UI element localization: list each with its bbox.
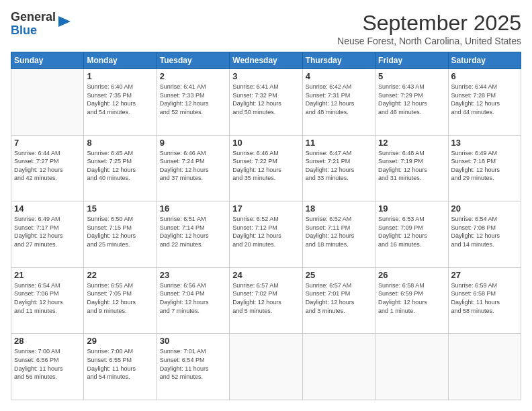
- day-cell: 14Sunrise: 6:49 AM Sunset: 7:17 PM Dayli…: [11, 201, 84, 268]
- day-number: 6: [451, 71, 518, 81]
- day-number: 20: [451, 203, 518, 214]
- day-info: Sunrise: 6:52 AM Sunset: 7:11 PM Dayligh…: [306, 215, 372, 248]
- day-info: Sunrise: 6:45 AM Sunset: 7:25 PM Dayligh…: [87, 149, 153, 183]
- header-saturday: Saturday: [448, 52, 521, 69]
- day-number: 22: [87, 270, 153, 280]
- day-number: 11: [306, 138, 372, 148]
- day-info: Sunrise: 7:01 AM Sunset: 6:54 PM Dayligh…: [160, 347, 226, 381]
- calendar-table: Sunday Monday Tuesday Wednesday Thursday…: [11, 52, 521, 400]
- day-info: Sunrise: 6:46 AM Sunset: 7:22 PM Dayligh…: [232, 149, 299, 183]
- day-number: 15: [87, 203, 153, 214]
- day-info: Sunrise: 6:57 AM Sunset: 7:02 PM Dayligh…: [232, 281, 299, 315]
- day-number: 7: [14, 138, 81, 148]
- header-tuesday: Tuesday: [157, 52, 229, 69]
- logo-blue: Blue: [11, 24, 37, 37]
- week-row-4: 21Sunrise: 6:54 AM Sunset: 7:06 PM Dayli…: [11, 267, 521, 334]
- day-info: Sunrise: 7:00 AM Sunset: 6:55 PM Dayligh…: [87, 347, 153, 381]
- day-number: 23: [160, 270, 226, 280]
- header-thursday: Thursday: [302, 52, 375, 69]
- day-cell: 11Sunrise: 6:47 AM Sunset: 7:21 PM Dayli…: [302, 135, 375, 201]
- day-cell: 30Sunrise: 7:01 AM Sunset: 6:54 PM Dayli…: [157, 334, 229, 400]
- day-info: Sunrise: 6:47 AM Sunset: 7:21 PM Dayligh…: [306, 149, 372, 183]
- day-cell: 19Sunrise: 6:53 AM Sunset: 7:09 PM Dayli…: [375, 201, 448, 268]
- day-cell: 17Sunrise: 6:52 AM Sunset: 7:12 PM Dayli…: [230, 201, 302, 268]
- day-cell: [375, 334, 448, 400]
- day-cell: 20Sunrise: 6:54 AM Sunset: 7:08 PM Dayli…: [448, 201, 521, 268]
- page: General Blue September 2025 Neuse Forest…: [0, 0, 532, 411]
- week-row-1: 1Sunrise: 6:40 AM Sunset: 7:35 PM Daylig…: [11, 69, 521, 136]
- logo-general: General: [11, 10, 56, 24]
- day-info: Sunrise: 6:57 AM Sunset: 7:01 PM Dayligh…: [306, 281, 372, 315]
- day-info: Sunrise: 6:43 AM Sunset: 7:29 PM Dayligh…: [378, 83, 445, 116]
- day-cell: 10Sunrise: 6:46 AM Sunset: 7:22 PM Dayli…: [230, 135, 302, 201]
- header-friday: Friday: [375, 52, 448, 69]
- day-cell: 28Sunrise: 7:00 AM Sunset: 6:56 PM Dayli…: [11, 334, 84, 400]
- day-info: Sunrise: 6:54 AM Sunset: 7:08 PM Dayligh…: [451, 215, 518, 248]
- day-info: Sunrise: 6:42 AM Sunset: 7:31 PM Dayligh…: [306, 83, 372, 116]
- day-cell: 18Sunrise: 6:52 AM Sunset: 7:11 PM Dayli…: [302, 201, 375, 268]
- week-row-5: 28Sunrise: 7:00 AM Sunset: 6:56 PM Dayli…: [11, 334, 521, 400]
- day-cell: 25Sunrise: 6:57 AM Sunset: 7:01 PM Dayli…: [302, 267, 375, 334]
- day-number: 4: [306, 71, 372, 81]
- day-number: 29: [87, 336, 153, 346]
- title-block: September 2025 Neuse Forest, North Carol…: [337, 11, 521, 46]
- day-info: Sunrise: 6:49 AM Sunset: 7:18 PM Dayligh…: [451, 149, 518, 183]
- day-cell: 5Sunrise: 6:43 AM Sunset: 7:29 PM Daylig…: [375, 69, 448, 136]
- day-info: Sunrise: 6:49 AM Sunset: 7:17 PM Dayligh…: [14, 215, 81, 248]
- header-wednesday: Wednesday: [230, 52, 302, 69]
- day-cell: [448, 334, 521, 400]
- day-cell: 27Sunrise: 6:59 AM Sunset: 6:58 PM Dayli…: [448, 267, 521, 334]
- day-number: 26: [378, 270, 445, 280]
- day-number: 28: [14, 336, 81, 346]
- day-number: 3: [232, 71, 299, 81]
- day-cell: [11, 69, 84, 136]
- day-number: 24: [232, 270, 299, 280]
- day-info: Sunrise: 6:44 AM Sunset: 7:28 PM Dayligh…: [451, 83, 518, 116]
- day-info: Sunrise: 6:53 AM Sunset: 7:09 PM Dayligh…: [378, 215, 445, 248]
- day-info: Sunrise: 6:46 AM Sunset: 7:24 PM Dayligh…: [160, 149, 226, 183]
- day-number: 25: [306, 270, 372, 280]
- logo: General Blue: [11, 11, 71, 38]
- day-info: Sunrise: 6:54 AM Sunset: 7:06 PM Dayligh…: [14, 281, 81, 315]
- day-info: Sunrise: 6:48 AM Sunset: 7:19 PM Dayligh…: [378, 149, 445, 183]
- day-info: Sunrise: 6:58 AM Sunset: 6:59 PM Dayligh…: [378, 281, 445, 315]
- day-cell: 23Sunrise: 6:56 AM Sunset: 7:04 PM Dayli…: [157, 267, 229, 334]
- day-number: 16: [160, 203, 226, 214]
- header-sunday: Sunday: [11, 52, 84, 69]
- day-number: 19: [378, 203, 445, 214]
- month-title: September 2025: [337, 11, 521, 36]
- day-cell: 9Sunrise: 6:46 AM Sunset: 7:24 PM Daylig…: [157, 135, 229, 201]
- day-number: 27: [451, 270, 518, 280]
- day-number: 30: [160, 336, 226, 346]
- day-number: 1: [87, 71, 153, 81]
- day-info: Sunrise: 6:44 AM Sunset: 7:27 PM Dayligh…: [14, 149, 81, 183]
- day-number: 18: [306, 203, 372, 214]
- day-info: Sunrise: 6:50 AM Sunset: 7:15 PM Dayligh…: [87, 215, 153, 248]
- svg-marker-0: [58, 16, 71, 27]
- day-number: 2: [160, 71, 226, 81]
- day-number: 8: [87, 138, 153, 148]
- day-cell: 13Sunrise: 6:49 AM Sunset: 7:18 PM Dayli…: [448, 135, 521, 201]
- day-cell: 4Sunrise: 6:42 AM Sunset: 7:31 PM Daylig…: [302, 69, 375, 136]
- day-number: 10: [232, 138, 299, 148]
- day-cell: 3Sunrise: 6:41 AM Sunset: 7:32 PM Daylig…: [230, 69, 302, 136]
- week-row-2: 7Sunrise: 6:44 AM Sunset: 7:27 PM Daylig…: [11, 135, 521, 201]
- day-info: Sunrise: 6:52 AM Sunset: 7:12 PM Dayligh…: [232, 215, 299, 248]
- day-info: Sunrise: 6:40 AM Sunset: 7:35 PM Dayligh…: [87, 83, 153, 116]
- day-cell: 29Sunrise: 7:00 AM Sunset: 6:55 PM Dayli…: [84, 334, 157, 400]
- weekday-header-row: Sunday Monday Tuesday Wednesday Thursday…: [11, 52, 521, 69]
- day-cell: 21Sunrise: 6:54 AM Sunset: 7:06 PM Dayli…: [11, 267, 84, 334]
- day-cell: 26Sunrise: 6:58 AM Sunset: 6:59 PM Dayli…: [375, 267, 448, 334]
- day-cell: 12Sunrise: 6:48 AM Sunset: 7:19 PM Dayli…: [375, 135, 448, 201]
- day-cell: [302, 334, 375, 400]
- day-info: Sunrise: 6:51 AM Sunset: 7:14 PM Dayligh…: [160, 215, 226, 248]
- day-info: Sunrise: 6:59 AM Sunset: 6:58 PM Dayligh…: [451, 281, 518, 315]
- day-info: Sunrise: 6:56 AM Sunset: 7:04 PM Dayligh…: [160, 281, 226, 315]
- day-cell: 8Sunrise: 6:45 AM Sunset: 7:25 PM Daylig…: [84, 135, 157, 201]
- day-cell: 1Sunrise: 6:40 AM Sunset: 7:35 PM Daylig…: [84, 69, 157, 136]
- day-cell: 2Sunrise: 6:41 AM Sunset: 7:33 PM Daylig…: [157, 69, 229, 136]
- day-info: Sunrise: 6:55 AM Sunset: 7:05 PM Dayligh…: [87, 281, 153, 315]
- location-title: Neuse Forest, North Carolina, United Sta…: [337, 36, 521, 46]
- day-info: Sunrise: 6:41 AM Sunset: 7:32 PM Dayligh…: [232, 83, 299, 116]
- day-cell: 15Sunrise: 6:50 AM Sunset: 7:15 PM Dayli…: [84, 201, 157, 268]
